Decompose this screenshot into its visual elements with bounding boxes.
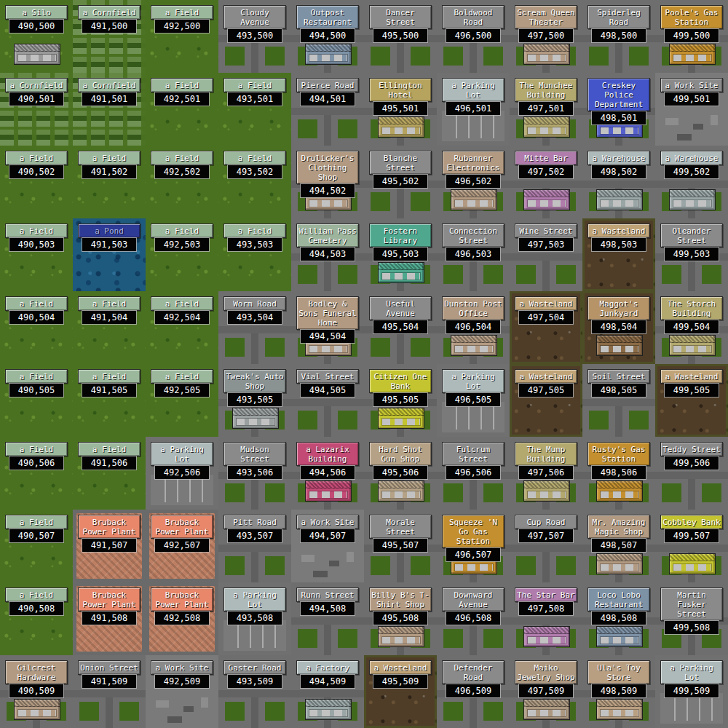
map-cell-490-507[interactable]: a Field490,507 xyxy=(0,510,73,582)
map-cell-499-506[interactable]: Teddy Street499,506 xyxy=(655,437,728,510)
map-cell-492-503[interactable]: a Field492,503 xyxy=(146,218,218,291)
map-cell-497-502[interactable]: Mitte Bar497,502 xyxy=(510,146,582,218)
map-cell-499-502[interactable]: a Warehouse499,502 xyxy=(655,146,728,218)
map-cell-492-506[interactable]: a Parking Lot492,506 xyxy=(146,437,218,510)
map-cell-499-500[interactable]: Poole's Gas Station499,500 xyxy=(655,0,728,73)
map-cell-491-508[interactable]: Bruback Power Plant491,508 xyxy=(73,582,146,655)
map-cell-493-502[interactable]: a Field493,502 xyxy=(218,146,291,218)
map-cell-492-505[interactable]: a Field492,505 xyxy=(146,364,218,437)
map-cell-495-505[interactable]: Citizen One Bank495,505 xyxy=(364,364,437,437)
map-cell-494-503[interactable]: William Pass Cemetery494,503 xyxy=(291,218,364,291)
map-cell-491-501[interactable]: a Cornfield491,501 xyxy=(73,73,146,146)
map-cell-492-501[interactable]: a Field492,501 xyxy=(146,73,218,146)
map-cell-496-501[interactable]: a Parking Lot496,501 xyxy=(437,73,510,146)
map-cell-495-507[interactable]: Morale Street495,507 xyxy=(364,510,437,582)
map-cell-491-509[interactable]: Onion Street491,509 xyxy=(73,655,146,728)
map-cell-496-509[interactable]: Defender Road496,509 xyxy=(437,655,510,728)
map-cell-495-502[interactable]: Blanche Street495,502 xyxy=(364,146,437,218)
map-cell-499-507[interactable]: Cobbley Bank499,507 xyxy=(655,510,728,582)
map-cell-496-502[interactable]: Rubanner Electronics496,502 xyxy=(437,146,510,218)
map-cell-495-508[interactable]: Billy B's T-Shirt Shop495,508 xyxy=(364,582,437,655)
map-cell-498-508[interactable]: Loco Lobo Restaurant498,508 xyxy=(582,582,655,655)
map-cell-494-509[interactable]: a Factory494,509 xyxy=(291,655,364,728)
map-cell-498-504[interactable]: Maggot's Junkyard498,504 xyxy=(582,291,655,364)
map-cell-498-505[interactable]: Soil Street498,505 xyxy=(582,364,655,437)
map-cell-492-507[interactable]: Bruback Power Plant492,507 xyxy=(146,510,218,582)
map-cell-499-503[interactable]: Oleander Street499,503 xyxy=(655,218,728,291)
map-cell-490-502[interactable]: a Field490,502 xyxy=(0,146,73,218)
map-cell-497-506[interactable]: The Mump Building497,506 xyxy=(510,437,582,510)
map-cell-492-500[interactable]: a Field492,500 xyxy=(146,0,218,73)
map-cell-497-504[interactable]: a Wasteland497,504 xyxy=(510,291,582,364)
map-cell-495-500[interactable]: Dancer Street495,500 xyxy=(364,0,437,73)
map-cell-492-509[interactable]: a Work Site492,509 xyxy=(146,655,218,728)
map-cell-495-501[interactable]: Ellington Hotel495,501 xyxy=(364,73,437,146)
map-cell-498-507[interactable]: Mr. Amazing Magic Shop498,507 xyxy=(582,510,655,582)
map-cell-499-508[interactable]: Martin Fusker Street499,508 xyxy=(655,582,728,655)
map-cell-493-500[interactable]: Cloudy Avenue493,500 xyxy=(218,0,291,73)
map-cell-493-508[interactable]: a Parking Lot493,508 xyxy=(218,582,291,655)
map-cell-492-502[interactable]: a Field492,502 xyxy=(146,146,218,218)
map-cell-491-507[interactable]: Bruback Power Plant491,507 xyxy=(73,510,146,582)
map-cell-494-500[interactable]: Outpost Restaurant494,500 xyxy=(291,0,364,73)
map-cell-497-500[interactable]: Scream Queen Theater497,500 xyxy=(510,0,582,73)
map-cell-490-503[interactable]: a Field490,503 xyxy=(0,218,73,291)
map-cell-494-507[interactable]: a Work Site494,507 xyxy=(291,510,364,582)
map-cell-499-504[interactable]: The Storch Building499,504 xyxy=(655,291,728,364)
map-cell-490-508[interactable]: a Field490,508 xyxy=(0,582,73,655)
map-cell-493-506[interactable]: Mudson Street493,506 xyxy=(218,437,291,510)
map-cell-490-504[interactable]: a Field490,504 xyxy=(0,291,73,364)
map-cell-490-500[interactable]: a Silo490,500 xyxy=(0,0,73,73)
map-cell-494-501[interactable]: Pierce Road494,501 xyxy=(291,73,364,146)
map-cell-491-503[interactable]: a Pond491,503 xyxy=(73,218,146,291)
map-cell-490-501[interactable]: a Cornfield490,501 xyxy=(0,73,73,146)
map-cell-493-504[interactable]: Worm Road493,504 xyxy=(218,291,291,364)
map-cell-493-505[interactable]: Tweak's Auto Shop493,505 xyxy=(218,364,291,437)
map-cell-498-501[interactable]: Creskey Police Department498,501 xyxy=(582,73,655,146)
map-cell-493-509[interactable]: Gaster Road493,509 xyxy=(218,655,291,728)
map-cell-497-508[interactable]: The Star Bar497,508 xyxy=(510,582,582,655)
map-cell-496-504[interactable]: Dunston Post Office496,504 xyxy=(437,291,510,364)
map-cell-493-503[interactable]: a Field493,503 xyxy=(218,218,291,291)
map-cell-496-508[interactable]: Downward Avenue496,508 xyxy=(437,582,510,655)
map-cell-498-503[interactable]: a Wasteland498,503 xyxy=(582,218,655,291)
map-cell-497-505[interactable]: a Wasteland497,505 xyxy=(510,364,582,437)
map-cell-490-506[interactable]: a Field490,506 xyxy=(0,437,73,510)
map-cell-496-505[interactable]: a Parking Lot496,505 xyxy=(437,364,510,437)
map-cell-496-506[interactable]: Fulcrum Street496,506 xyxy=(437,437,510,510)
map-cell-498-502[interactable]: a Warehouse498,502 xyxy=(582,146,655,218)
map-cell-492-508[interactable]: Bruback Power Plant492,508 xyxy=(146,582,218,655)
map-cell-497-503[interactable]: Wine Street497,503 xyxy=(510,218,582,291)
map-cell-498-500[interactable]: Spiderleg Road498,500 xyxy=(582,0,655,73)
map-cell-496-503[interactable]: Connection Street496,503 xyxy=(437,218,510,291)
map-cell-498-506[interactable]: Rusty's Gas Station498,506 xyxy=(582,437,655,510)
map-cell-490-505[interactable]: a Field490,505 xyxy=(0,364,73,437)
map-cell-491-504[interactable]: a Field491,504 xyxy=(73,291,146,364)
map-cell-498-509[interactable]: Ula's Toy Store498,509 xyxy=(582,655,655,728)
map-cell-491-502[interactable]: a Field491,502 xyxy=(73,146,146,218)
map-cell-491-500[interactable]: a Cornfield491,500 xyxy=(73,0,146,73)
map-cell-493-507[interactable]: Pitt Road493,507 xyxy=(218,510,291,582)
map-cell-494-504[interactable]: Bodley & Sons Funeral Home494,504 xyxy=(291,291,364,364)
map-cell-493-501[interactable]: a Field493,501 xyxy=(218,73,291,146)
map-cell-496-500[interactable]: Boldwood Road496,500 xyxy=(437,0,510,73)
map-cell-499-505[interactable]: a Wasteland499,505 xyxy=(655,364,728,437)
map-cell-494-505[interactable]: Vial Street494,505 xyxy=(291,364,364,437)
map-cell-495-503[interactable]: Fostern Library495,503 xyxy=(364,218,437,291)
map-cell-495-506[interactable]: Hard Shot Gun Shop495,506 xyxy=(364,437,437,510)
map-cell-499-509[interactable]: a Parking Lot499,509 xyxy=(655,655,728,728)
map-cell-495-504[interactable]: Useful Avenue495,504 xyxy=(364,291,437,364)
map-cell-497-507[interactable]: Cup Road497,507 xyxy=(510,510,582,582)
map-cell-490-509[interactable]: Gilcrest Hardware490,509 xyxy=(0,655,73,728)
map-cell-491-506[interactable]: a Field491,506 xyxy=(73,437,146,510)
map-cell-497-509[interactable]: Maiko Jewelry Shop497,509 xyxy=(510,655,582,728)
map-cell-494-508[interactable]: Runn Street494,508 xyxy=(291,582,364,655)
map-cell-494-502[interactable]: Drulicker's Clothing Shop494,502 xyxy=(291,146,364,218)
map-cell-495-509[interactable]: a Wasteland495,509 xyxy=(364,655,437,728)
map-cell-492-504[interactable]: a Field492,504 xyxy=(146,291,218,364)
map-cell-494-506[interactable]: a Lazarix Building494,506 xyxy=(291,437,364,510)
map-cell-496-507[interactable]: Squeeze 'N Go Gas Station496,507 xyxy=(437,510,510,582)
map-cell-499-501[interactable]: a Work Site499,501 xyxy=(655,73,728,146)
map-cell-491-505[interactable]: a Field491,505 xyxy=(73,364,146,437)
map-cell-497-501[interactable]: The Munchee Building497,501 xyxy=(510,73,582,146)
